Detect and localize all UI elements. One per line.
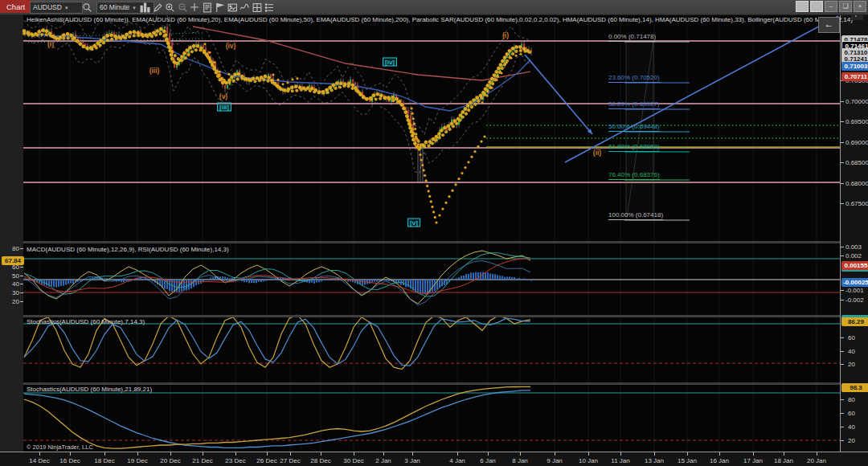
date-label: 9 Jan xyxy=(547,457,563,464)
grid-icon[interactable] xyxy=(252,2,264,13)
stoch-tick: 80 xyxy=(848,396,855,403)
tick-mark xyxy=(841,351,844,352)
list-icon[interactable] xyxy=(264,2,276,13)
tab-chart[interactable]: Chart xyxy=(0,0,31,13)
tick-mark xyxy=(412,452,413,456)
search-icon[interactable] xyxy=(81,2,93,13)
tick-mark xyxy=(267,452,268,456)
tick-mark xyxy=(104,452,105,456)
tick-mark xyxy=(784,452,784,456)
fib-label: 38.20% (0.69927) xyxy=(608,100,660,109)
scroll-back-arrow-button[interactable]: ← xyxy=(818,17,840,33)
tick-mark xyxy=(841,427,844,427)
stoch-tick: 20 xyxy=(848,437,855,444)
add-icon[interactable] xyxy=(189,2,201,13)
price-tag: 0.71003 xyxy=(841,62,868,71)
tick-mark xyxy=(20,267,23,268)
elliott-wave-label: [iv] xyxy=(383,58,397,67)
panel-separator[interactable] xyxy=(23,241,840,243)
minimize-button[interactable]: – xyxy=(825,1,837,12)
stoch-tick: 40 xyxy=(848,423,855,431)
symbol-dropdown[interactable]: AUDUSD ▾ xyxy=(30,2,83,14)
date-label: 11 Jan xyxy=(611,457,629,464)
ninjatrader-window: Chart AUDUSD ▾ 60 Minute ▾ –❏× HeikenAsh… xyxy=(0,0,868,466)
chevron-down-icon: ▾ xyxy=(133,2,136,13)
chevron-down-icon: ▾ xyxy=(65,2,68,13)
tick-mark xyxy=(841,413,844,414)
tick-mark xyxy=(620,452,621,456)
tick-mark xyxy=(841,142,844,143)
tick-mark xyxy=(654,452,655,456)
close-button[interactable]: × xyxy=(854,1,866,12)
fib-label: 100.00% (0.67418) xyxy=(608,211,663,220)
date-label: 14 Dec xyxy=(29,457,49,464)
price-tick: 0.67500 xyxy=(845,200,868,207)
tick-mark xyxy=(290,452,291,456)
fib-label: 61.80% (0.68969) xyxy=(608,143,660,152)
elliott-wave-label: (i) xyxy=(47,40,54,48)
stoch-tick: 40 xyxy=(848,348,855,355)
elliott-wave-label: (ii) xyxy=(593,149,601,157)
date-label: 20 Dec xyxy=(160,457,180,464)
report-icon[interactable] xyxy=(202,2,214,13)
plot-svg xyxy=(0,0,868,466)
zoom-in-icon[interactable] xyxy=(164,2,176,13)
pane-button-2[interactable] xyxy=(810,1,823,12)
macd-tick: 0.003 xyxy=(845,243,862,251)
elliott-wave-label: (i) xyxy=(502,31,509,39)
macd-tick: -0.002 xyxy=(845,296,864,304)
date-label: 18 Dec xyxy=(94,457,114,464)
price-tick: 0.68500 xyxy=(845,159,868,166)
toolbar: Chart AUDUSD ▾ 60 Minute ▾ –❏× xyxy=(0,0,868,15)
price-tick: 0.69500 xyxy=(845,118,868,125)
date-label: 17 Jan xyxy=(743,457,763,464)
tick-mark xyxy=(841,364,844,365)
tick-mark xyxy=(488,452,489,456)
zoom-out-icon[interactable] xyxy=(177,2,189,13)
indicator-icon[interactable] xyxy=(239,2,251,13)
elliott-wave-label: [v] xyxy=(407,219,420,227)
fib-label: 0.00% (0.71478) xyxy=(608,33,656,42)
tick-mark xyxy=(20,276,23,276)
stoch-tick: 60 xyxy=(848,410,855,417)
date-label: 21 Dec xyxy=(192,457,212,464)
stoch-tick: 60 xyxy=(848,334,855,341)
date-label: 3 Jan xyxy=(404,457,420,464)
tick-mark xyxy=(20,301,23,302)
date-label: 27 Dec xyxy=(280,457,300,464)
fib-label: 76.40% (0.68376) xyxy=(608,171,660,180)
tick-mark xyxy=(354,452,354,456)
panel-separator[interactable] xyxy=(23,315,840,317)
tick-mark xyxy=(383,452,384,456)
tick-mark xyxy=(203,452,203,456)
tick-mark xyxy=(841,337,844,338)
fib-label: 23.60% (0.70520) xyxy=(608,74,660,83)
tick-mark xyxy=(687,452,688,456)
tick-mark xyxy=(841,399,844,400)
date-label: 2 Jan xyxy=(375,457,391,464)
rsi-tick: 30 xyxy=(6,289,19,296)
tick-mark xyxy=(841,290,844,291)
flag-icon[interactable] xyxy=(214,2,226,13)
window-buttons: –❏× xyxy=(796,1,866,12)
date-label: 13 Jan xyxy=(645,457,664,464)
chart-style-icon[interactable] xyxy=(139,2,151,13)
tick-mark xyxy=(588,452,589,456)
date-label: 6 Jan xyxy=(480,457,496,464)
tick-mark xyxy=(841,300,844,300)
rsi-value-tag: 67.84 xyxy=(2,256,24,265)
panel-separator[interactable] xyxy=(23,382,840,385)
date-label: 28 Dec xyxy=(310,457,330,464)
stoch-slow-panel-label: Stochastics(AUDUSD (60 Minute),21,89,21) xyxy=(27,386,152,393)
photo-icon[interactable] xyxy=(227,2,239,13)
pencil-icon[interactable] xyxy=(152,2,164,13)
tick-mark xyxy=(20,248,23,249)
value-tag: 98.3 xyxy=(841,383,868,392)
tick-mark xyxy=(137,452,138,456)
date-label: 30 Dec xyxy=(343,457,363,464)
pane-button[interactable] xyxy=(796,1,809,12)
tick-mark xyxy=(841,203,844,204)
tick-mark xyxy=(841,247,844,247)
value-tag: 0.00155 xyxy=(841,261,868,270)
restore-button[interactable]: ❏ xyxy=(839,1,852,12)
